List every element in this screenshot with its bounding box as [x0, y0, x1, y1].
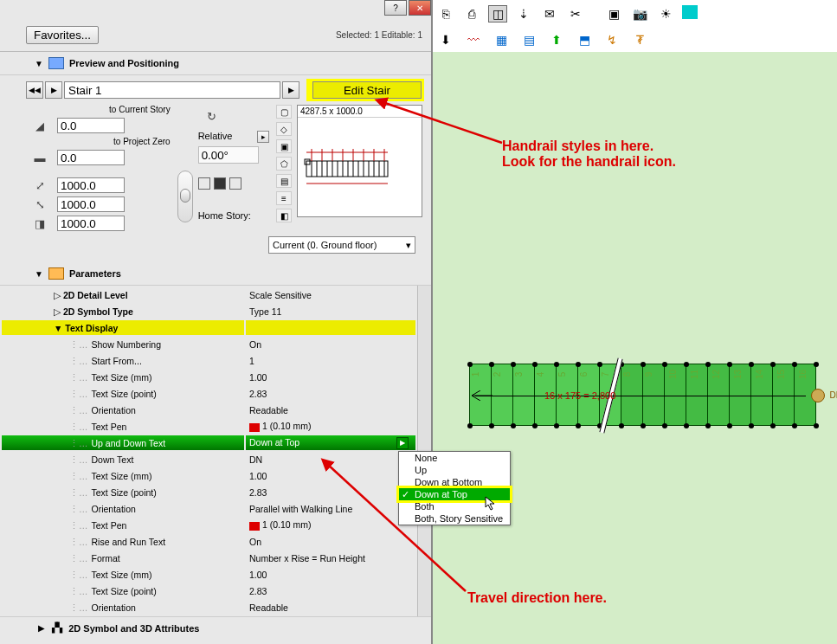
- param-row[interactable]: ▷ 2D Symbol TypeType 11: [2, 304, 415, 319]
- to-project-zero-input[interactable]: [57, 150, 125, 165]
- popup-item[interactable]: Down at Bottom: [399, 476, 510, 488]
- rotate-icon: ↻: [198, 105, 226, 127]
- dim2-input[interactable]: [57, 196, 125, 212]
- prev-button[interactable]: ◀◀: [26, 81, 43, 99]
- view-front-icon[interactable]: ▣: [276, 139, 292, 153]
- section-parameters[interactable]: ▼ Parameters: [0, 262, 431, 286]
- param-row[interactable]: ▼ Text Display: [2, 320, 415, 335]
- mirror-y-icon[interactable]: [229, 177, 241, 190]
- view-iso-icon[interactable]: ◇: [276, 122, 292, 136]
- up-down-text-popup: NoneUpDown at Bottom✓Down at TopBothBoth…: [398, 451, 511, 525]
- param-row[interactable]: ⋮…Start From...1: [2, 353, 415, 368]
- preview-view-tools: ▢ ◇ ▣ ⬠ ▤ ≡ ◧: [276, 105, 292, 231]
- popup-item[interactable]: Both, Story Sensitive: [399, 512, 510, 525]
- tool-icon-4[interactable]: ⇣: [514, 5, 533, 23]
- param-row[interactable]: ⋮…Text Size (point)2.83: [2, 485, 415, 499]
- help-button[interactable]: ?: [384, 0, 407, 16]
- param-row[interactable]: ⋮…Text Pen 1 (0.10 mm): [2, 518, 415, 532]
- relative-flyout-icon[interactable]: ▸: [257, 131, 269, 143]
- tool-icon-6[interactable]: ✂: [566, 5, 585, 23]
- tool-icon-8[interactable]: 📷: [630, 5, 649, 23]
- mirror-icons: [198, 177, 269, 190]
- view-custom-icon[interactable]: ◧: [276, 209, 292, 222]
- tool2-icon-2[interactable]: 〰: [464, 31, 483, 48]
- param-row[interactable]: ⋮…OrientationParallel with Walking Line: [2, 501, 415, 516]
- tool-icon-2[interactable]: ⎙: [462, 5, 481, 23]
- dn-marker-icon: [811, 389, 825, 402]
- param-row[interactable]: ⋮…Text Size (mm)1.00: [2, 468, 415, 483]
- titlebar: ? ✕: [383, 0, 431, 16]
- tool2-icon-4[interactable]: ▤: [519, 31, 538, 48]
- parameters-body: ▷ 2D Detail LevelScale Sensitive▷ 2D Sym…: [0, 286, 431, 616]
- mirror-x-icon[interactable]: [214, 177, 226, 190]
- section-2d-3d-attributes[interactable]: ▶ ▞▚ 2D Symbol and 3D Attributes: [0, 616, 431, 639]
- view-plan-icon[interactable]: ▢: [276, 105, 292, 119]
- settings-dialog-panel: ? ✕ Favorites... Selected: 1 Editable: 1…: [0, 0, 433, 644]
- tool2-icon-3[interactable]: ▦: [492, 31, 511, 48]
- tool2-icon-7[interactable]: ↯: [602, 31, 621, 48]
- ground-icon: ▬: [26, 150, 54, 165]
- next-button[interactable]: ▶: [45, 81, 62, 99]
- tool-icon-1[interactable]: ⎘: [436, 5, 455, 23]
- view-3d-icon[interactable]: ⬠: [276, 157, 292, 171]
- section-preview-positioning[interactable]: ▼ Preview and Positioning: [0, 52, 431, 75]
- walking-line: [475, 396, 806, 396]
- tool-icon-9[interactable]: ☀: [656, 5, 675, 23]
- svg-rect-0: [306, 161, 388, 177]
- mirror-none-icon[interactable]: [198, 177, 210, 190]
- tool-icon-5[interactable]: ✉: [540, 5, 559, 23]
- svg-rect-26: [305, 159, 310, 164]
- home-story-select[interactable]: Current (0. Ground floor) ▾: [268, 236, 415, 254]
- topbar: Favorites... Selected: 1 Editable: 1: [0, 0, 431, 52]
- annotation-handrail: Handrail styles in here. Look for the ha…: [502, 138, 676, 170]
- param-row[interactable]: ⋮…Rise and Run TextOn: [2, 534, 415, 549]
- param-row[interactable]: ⋮…Show NumberingOn: [2, 337, 415, 351]
- param-row[interactable]: ⋮…FormatNumber x Rise = Run Height: [2, 551, 415, 565]
- tool2-icon-8[interactable]: ₮: [630, 31, 649, 48]
- tool-icon-3-active[interactable]: ◫: [488, 5, 507, 23]
- param-row[interactable]: ⋮…Text Size (point)2.83: [2, 386, 415, 401]
- stair-name-input[interactable]: [64, 81, 280, 99]
- edit-stair-button[interactable]: Edit Stair: [312, 81, 422, 99]
- stair-plan-symbol[interactable]: 12345678910111213141516 16 x 175 = 2,800…: [469, 364, 815, 426]
- tool2-icon-6[interactable]: ⬒: [575, 31, 594, 48]
- dim3-input[interactable]: [57, 216, 125, 231]
- tool2-icon-1[interactable]: ⬇: [436, 31, 455, 48]
- annotation-travel: Travel direction here.: [467, 590, 607, 606]
- param-row[interactable]: ⋮…Text Size (mm)1.00: [2, 370, 415, 384]
- disclosure-triangle-icon: ▶: [38, 623, 45, 633]
- drawing-view-panel: ⎘ ⎙ ◫ ⇣ ✉ ✂ ▣ 📷 ☀ ⬇ 〰 ▦ ▤ ⬆ ⬒ ↯ ₮ 123456…: [433, 0, 837, 644]
- view-side-icon[interactable]: ▤: [276, 174, 292, 188]
- disclosure-triangle-icon: ▼: [35, 269, 43, 279]
- stair-side-preview-icon: [303, 140, 424, 192]
- param-row[interactable]: ⋮…Up and Down TextDown at Top ▶: [2, 435, 415, 450]
- dim1-input[interactable]: [57, 177, 125, 193]
- popup-item[interactable]: Up: [399, 464, 510, 476]
- chevron-down-icon: ▾: [406, 240, 411, 251]
- param-row[interactable]: ⋮…OrientationReadable: [2, 600, 415, 615]
- direction-arrow-icon: [472, 390, 506, 401]
- param-row[interactable]: ⋮…Text Size (point)2.83: [2, 583, 415, 598]
- tool-icon-7[interactable]: ▣: [604, 5, 623, 23]
- angle-input[interactable]: [198, 146, 259, 164]
- tool2-icon-5[interactable]: ⬆: [547, 31, 566, 48]
- param-row[interactable]: ▷ 2D Detail LevelScale Sensitive: [2, 287, 415, 302]
- param-row[interactable]: ⋮…Text Size (mm)1.00: [2, 567, 415, 582]
- relative-label: Relative: [198, 131, 233, 143]
- favorites-button[interactable]: Favorites...: [26, 26, 99, 44]
- preview-dimensions: 4287.5 x 1000.0: [298, 106, 422, 118]
- to-current-story-label: to Current Story: [26, 105, 172, 114]
- section-title: Preview and Positioning: [69, 58, 179, 68]
- to-current-story-input[interactable]: [57, 118, 125, 133]
- popup-item[interactable]: None: [399, 452, 510, 464]
- param-row[interactable]: ⋮…Down TextDN: [2, 452, 415, 467]
- tool-icon-10[interactable]: [682, 5, 698, 19]
- param-row[interactable]: ⋮…Text Pen 1 (0.10 mm): [2, 419, 415, 434]
- close-button[interactable]: ✕: [409, 0, 431, 16]
- param-row[interactable]: ⋮…OrientationReadable: [2, 402, 415, 417]
- name-flyout-button[interactable]: ▶: [282, 81, 299, 99]
- view-detail-icon[interactable]: ≡: [276, 191, 292, 205]
- dim-y-icon: ⤡: [26, 196, 54, 212]
- elevation-icon: ◢: [26, 118, 54, 133]
- proportion-slider[interactable]: [177, 171, 193, 222]
